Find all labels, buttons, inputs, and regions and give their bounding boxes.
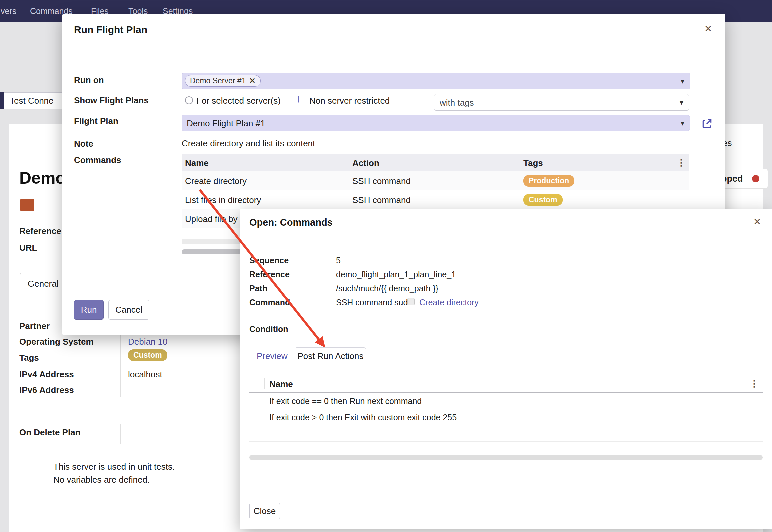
- row-name: List files in directory: [185, 195, 261, 205]
- commands-modal-title: Open: Commands: [249, 217, 333, 228]
- color-swatch: [20, 199, 34, 211]
- reference-label: Reference: [19, 226, 61, 236]
- flight-plan-description: Create directory and list its content: [182, 138, 315, 149]
- run-on-label: Run on: [74, 75, 104, 85]
- row-tag-badge: Production: [523, 175, 574, 187]
- table-row[interactable]: Create directory SSH command Production: [182, 171, 689, 190]
- cancel-button-label: Cancel: [115, 305, 142, 315]
- tab-preview[interactable]: Preview: [249, 347, 295, 365]
- modal-column-divider: [175, 264, 175, 294]
- close-button-label: Close: [254, 506, 276, 516]
- post-run-row-text: If exit code > 0 then Exit with custom e…: [269, 413, 457, 422]
- post-run-row-text: If exit code == 0 then Run next command: [269, 396, 422, 406]
- flight-plan-select[interactable]: Demo Flight Plan #1 ▾: [182, 115, 690, 131]
- test-connection-label: Test Conne: [10, 96, 54, 106]
- general-tab[interactable]: General: [20, 273, 67, 294]
- tab-post-run-actions-label: Post Run Actions: [297, 351, 363, 361]
- open-commands-modal: Open: Commands × Sequence 5 Reference de…: [240, 209, 772, 529]
- col-tags: Tags: [523, 158, 543, 168]
- tags-label: Tags: [19, 353, 39, 363]
- unit-test-note-line1: This server is used in unit tests.: [53, 462, 175, 472]
- commands-table-header: Name Action Tags ⋮: [182, 154, 689, 171]
- run-on-server-select[interactable]: Demo Server #1 ✕ ▾: [182, 73, 690, 89]
- commands-modal-header-divider: [240, 236, 772, 236]
- col-action: Action: [352, 158, 379, 168]
- run-button-label: Run: [81, 305, 97, 315]
- ipv4-value: localhost: [128, 369, 162, 380]
- nav-edge-block: [0, 92, 4, 109]
- row-name: Upload file by: [185, 214, 238, 224]
- condition-divider: [332, 322, 332, 338]
- command-value: SSH command sudo: [336, 298, 412, 307]
- note-label: Note: [74, 139, 93, 149]
- with-tags-caret-icon[interactable]: ▾: [680, 99, 683, 106]
- server-heading: Demo: [19, 168, 63, 188]
- partner-label: Partner: [19, 321, 50, 331]
- post-run-table-options-icon[interactable]: ⋮: [750, 379, 759, 388]
- run-modal-title: Run Flight Plan: [74, 24, 147, 35]
- commands-modal-footer-divider: [240, 493, 772, 493]
- form-divider-2: [120, 424, 121, 444]
- handle-column-divider: [264, 378, 265, 389]
- server-chip-label: Demo Server #1: [190, 76, 246, 85]
- row-action: SSH command: [352, 195, 411, 205]
- flight-plan-label: Flight Plan: [74, 116, 118, 126]
- nav-item-servers[interactable]: vers: [1, 0, 16, 22]
- sequence-value: 5: [336, 256, 341, 265]
- command-label: Command: [249, 298, 290, 307]
- command-checkbox[interactable]: [407, 298, 415, 305]
- reference-field-value: demo_flight_plan_1_plan_line_1: [336, 270, 456, 279]
- sequence-label: Sequence: [249, 256, 289, 265]
- url-label: URL: [19, 243, 37, 253]
- row-action: SSH command: [352, 176, 411, 186]
- condition-label: Condition: [249, 324, 288, 334]
- col-name: Name: [185, 158, 209, 168]
- unit-test-note-line2: No variables are defined.: [53, 475, 150, 485]
- radio-non-server-restricted[interactable]: [298, 96, 299, 103]
- os-label: Operating System: [19, 337, 94, 347]
- table-row[interactable]: List files in directory SSH command Cust…: [182, 190, 689, 209]
- test-connection-button[interactable]: Test Conne: [4, 92, 63, 109]
- with-tags-select[interactable]: with tags ▾: [434, 94, 689, 111]
- commands-tabbar: Preview Post Run Actions: [249, 347, 366, 365]
- tab-post-run-actions[interactable]: Post Run Actions: [295, 347, 366, 365]
- ipv6-label: IPv6 Address: [19, 385, 74, 395]
- tab-preview-label: Preview: [257, 351, 287, 361]
- show-flight-plans-label: Show Flight Plans: [74, 95, 149, 106]
- with-tags-placeholder: with tags: [440, 98, 474, 108]
- general-tab-label: General: [28, 279, 59, 289]
- path-label: Path: [249, 284, 267, 293]
- radio-selected-servers[interactable]: [185, 96, 193, 104]
- row-tag-badge: Custom: [523, 194, 563, 206]
- fields-divider: [332, 253, 332, 314]
- cancel-button[interactable]: Cancel: [108, 300, 149, 320]
- post-run-row[interactable]: If exit code == 0 then Run next command: [249, 393, 763, 409]
- radio-selected-servers-label: For selected server(s): [196, 96, 281, 106]
- run-modal-close-icon[interactable]: ×: [705, 23, 712, 35]
- radio-non-server-restricted-label: Non server restricted: [309, 96, 390, 106]
- post-run-horizontal-scrollbar[interactable]: [249, 455, 763, 460]
- create-directory-link[interactable]: Create directory: [419, 298, 479, 307]
- commands-modal-close-icon[interactable]: ×: [754, 216, 761, 228]
- post-run-row-empty: [249, 425, 763, 442]
- post-run-table-header: Name ⋮: [249, 375, 763, 393]
- server-heading-text: Demo: [19, 169, 63, 187]
- reference-field-label: Reference: [249, 270, 290, 279]
- server-select-caret-icon[interactable]: ▾: [681, 78, 684, 85]
- flight-plan-caret-icon[interactable]: ▾: [681, 120, 684, 127]
- app-root: vers Commands Files Tools Settings Test …: [0, 0, 772, 532]
- run-modal-header-divider: [62, 47, 725, 47]
- row-name: Create directory: [185, 176, 247, 186]
- ipv4-label: IPv4 Address: [19, 369, 74, 380]
- flight-plan-value: Demo Flight Plan #1: [187, 118, 265, 129]
- table-options-icon[interactable]: ⋮: [677, 158, 686, 167]
- close-button[interactable]: Close: [249, 503, 280, 519]
- chip-remove-icon[interactable]: ✕: [249, 76, 255, 85]
- run-button[interactable]: Run: [74, 300, 104, 320]
- commands-label: Commands: [74, 155, 121, 165]
- external-link-icon[interactable]: [701, 118, 713, 129]
- os-value-link[interactable]: Debian 10: [128, 337, 168, 347]
- post-run-row[interactable]: If exit code > 0 then Exit with custom e…: [249, 409, 763, 425]
- server-chip[interactable]: Demo Server #1 ✕: [185, 75, 261, 87]
- on-delete-plan-label: On Delete Plan: [19, 427, 81, 438]
